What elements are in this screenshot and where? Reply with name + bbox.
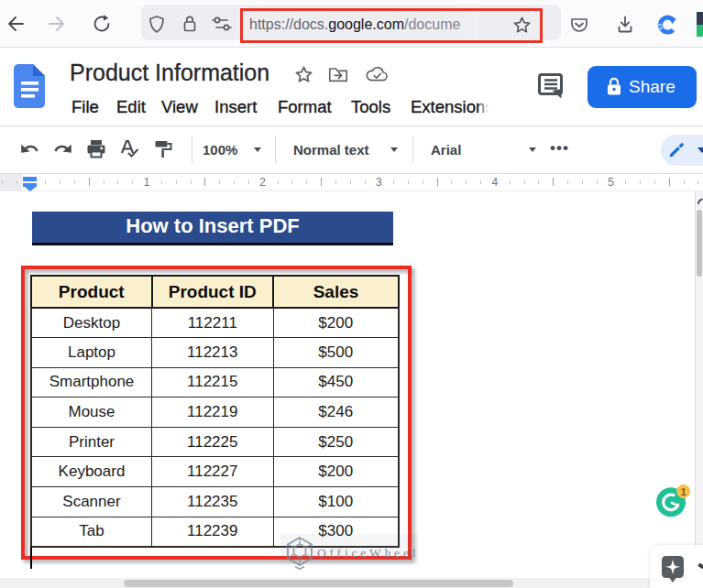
svg-text:1: 1 (680, 486, 687, 497)
